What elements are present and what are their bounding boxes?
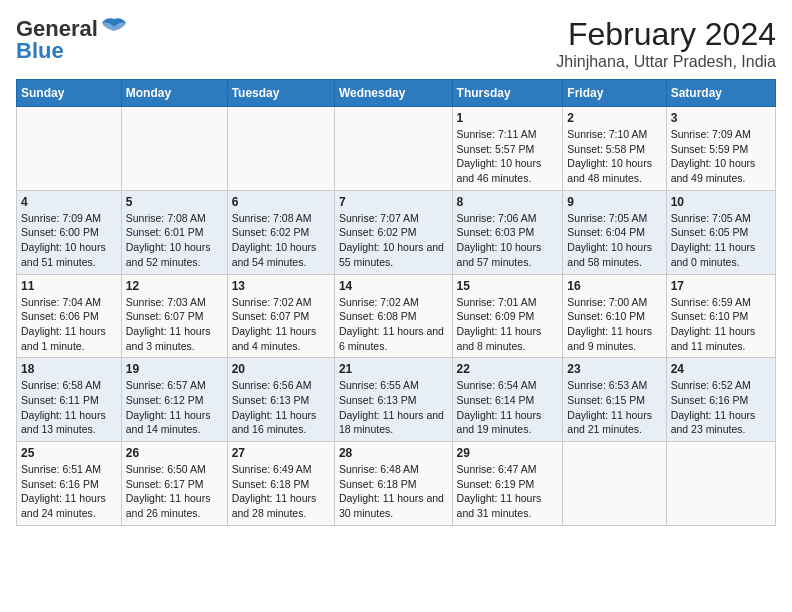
day-number: 10 xyxy=(671,195,771,209)
calendar-cell: 28Sunrise: 6:48 AM Sunset: 6:18 PM Dayli… xyxy=(334,442,452,526)
day-number: 17 xyxy=(671,279,771,293)
day-info: Sunrise: 7:00 AM Sunset: 6:10 PM Dayligh… xyxy=(567,295,661,354)
week-row-5: 25Sunrise: 6:51 AM Sunset: 6:16 PM Dayli… xyxy=(17,442,776,526)
day-number: 5 xyxy=(126,195,223,209)
day-number: 22 xyxy=(457,362,559,376)
logo: General Blue xyxy=(16,16,128,64)
calendar-cell xyxy=(227,107,334,191)
day-info: Sunrise: 6:54 AM Sunset: 6:14 PM Dayligh… xyxy=(457,378,559,437)
calendar-cell xyxy=(17,107,122,191)
calendar-cell: 1Sunrise: 7:11 AM Sunset: 5:57 PM Daylig… xyxy=(452,107,563,191)
calendar-cell: 24Sunrise: 6:52 AM Sunset: 6:16 PM Dayli… xyxy=(666,358,775,442)
calendar-cell xyxy=(563,442,666,526)
day-info: Sunrise: 6:49 AM Sunset: 6:18 PM Dayligh… xyxy=(232,462,330,521)
day-info: Sunrise: 6:56 AM Sunset: 6:13 PM Dayligh… xyxy=(232,378,330,437)
day-info: Sunrise: 7:06 AM Sunset: 6:03 PM Dayligh… xyxy=(457,211,559,270)
day-number: 23 xyxy=(567,362,661,376)
day-number: 28 xyxy=(339,446,448,460)
calendar-cell: 11Sunrise: 7:04 AM Sunset: 6:06 PM Dayli… xyxy=(17,274,122,358)
day-number: 21 xyxy=(339,362,448,376)
calendar-cell: 21Sunrise: 6:55 AM Sunset: 6:13 PM Dayli… xyxy=(334,358,452,442)
header-cell-tuesday: Tuesday xyxy=(227,80,334,107)
day-number: 19 xyxy=(126,362,223,376)
calendar-cell: 5Sunrise: 7:08 AM Sunset: 6:01 PM Daylig… xyxy=(121,190,227,274)
week-row-3: 11Sunrise: 7:04 AM Sunset: 6:06 PM Dayli… xyxy=(17,274,776,358)
calendar-cell: 20Sunrise: 6:56 AM Sunset: 6:13 PM Dayli… xyxy=(227,358,334,442)
day-info: Sunrise: 6:47 AM Sunset: 6:19 PM Dayligh… xyxy=(457,462,559,521)
day-number: 11 xyxy=(21,279,117,293)
calendar-cell: 25Sunrise: 6:51 AM Sunset: 6:16 PM Dayli… xyxy=(17,442,122,526)
day-number: 1 xyxy=(457,111,559,125)
calendar-cell xyxy=(121,107,227,191)
calendar-cell: 6Sunrise: 7:08 AM Sunset: 6:02 PM Daylig… xyxy=(227,190,334,274)
calendar-cell: 26Sunrise: 6:50 AM Sunset: 6:17 PM Dayli… xyxy=(121,442,227,526)
day-info: Sunrise: 7:10 AM Sunset: 5:58 PM Dayligh… xyxy=(567,127,661,186)
day-number: 12 xyxy=(126,279,223,293)
day-info: Sunrise: 7:07 AM Sunset: 6:02 PM Dayligh… xyxy=(339,211,448,270)
day-number: 18 xyxy=(21,362,117,376)
day-number: 7 xyxy=(339,195,448,209)
day-info: Sunrise: 7:11 AM Sunset: 5:57 PM Dayligh… xyxy=(457,127,559,186)
day-info: Sunrise: 7:02 AM Sunset: 6:07 PM Dayligh… xyxy=(232,295,330,354)
calendar-cell: 15Sunrise: 7:01 AM Sunset: 6:09 PM Dayli… xyxy=(452,274,563,358)
calendar-cell: 7Sunrise: 7:07 AM Sunset: 6:02 PM Daylig… xyxy=(334,190,452,274)
day-number: 9 xyxy=(567,195,661,209)
week-row-4: 18Sunrise: 6:58 AM Sunset: 6:11 PM Dayli… xyxy=(17,358,776,442)
header-cell-friday: Friday xyxy=(563,80,666,107)
day-number: 8 xyxy=(457,195,559,209)
calendar-cell: 19Sunrise: 6:57 AM Sunset: 6:12 PM Dayli… xyxy=(121,358,227,442)
header-cell-monday: Monday xyxy=(121,80,227,107)
day-info: Sunrise: 7:05 AM Sunset: 6:05 PM Dayligh… xyxy=(671,211,771,270)
day-info: Sunrise: 7:08 AM Sunset: 6:02 PM Dayligh… xyxy=(232,211,330,270)
logo-bird-icon xyxy=(100,17,128,37)
calendar-cell: 23Sunrise: 6:53 AM Sunset: 6:15 PM Dayli… xyxy=(563,358,666,442)
day-number: 27 xyxy=(232,446,330,460)
header-cell-wednesday: Wednesday xyxy=(334,80,452,107)
header-row: SundayMondayTuesdayWednesdayThursdayFrid… xyxy=(17,80,776,107)
day-number: 2 xyxy=(567,111,661,125)
day-number: 16 xyxy=(567,279,661,293)
calendar-cell: 8Sunrise: 7:06 AM Sunset: 6:03 PM Daylig… xyxy=(452,190,563,274)
calendar-cell: 4Sunrise: 7:09 AM Sunset: 6:00 PM Daylig… xyxy=(17,190,122,274)
day-info: Sunrise: 7:08 AM Sunset: 6:01 PM Dayligh… xyxy=(126,211,223,270)
calendar-subtitle: Jhinjhana, Uttar Pradesh, India xyxy=(556,53,776,71)
day-info: Sunrise: 7:03 AM Sunset: 6:07 PM Dayligh… xyxy=(126,295,223,354)
day-info: Sunrise: 7:09 AM Sunset: 6:00 PM Dayligh… xyxy=(21,211,117,270)
calendar-cell: 9Sunrise: 7:05 AM Sunset: 6:04 PM Daylig… xyxy=(563,190,666,274)
week-row-1: 1Sunrise: 7:11 AM Sunset: 5:57 PM Daylig… xyxy=(17,107,776,191)
calendar-cell: 27Sunrise: 6:49 AM Sunset: 6:18 PM Dayli… xyxy=(227,442,334,526)
calendar-cell: 17Sunrise: 6:59 AM Sunset: 6:10 PM Dayli… xyxy=(666,274,775,358)
header-cell-thursday: Thursday xyxy=(452,80,563,107)
day-info: Sunrise: 6:59 AM Sunset: 6:10 PM Dayligh… xyxy=(671,295,771,354)
day-info: Sunrise: 7:05 AM Sunset: 6:04 PM Dayligh… xyxy=(567,211,661,270)
day-number: 14 xyxy=(339,279,448,293)
logo-blue: Blue xyxy=(16,38,64,64)
day-info: Sunrise: 6:57 AM Sunset: 6:12 PM Dayligh… xyxy=(126,378,223,437)
calendar-cell: 3Sunrise: 7:09 AM Sunset: 5:59 PM Daylig… xyxy=(666,107,775,191)
day-number: 3 xyxy=(671,111,771,125)
day-number: 6 xyxy=(232,195,330,209)
day-info: Sunrise: 7:04 AM Sunset: 6:06 PM Dayligh… xyxy=(21,295,117,354)
day-number: 24 xyxy=(671,362,771,376)
day-number: 13 xyxy=(232,279,330,293)
day-info: Sunrise: 6:55 AM Sunset: 6:13 PM Dayligh… xyxy=(339,378,448,437)
day-info: Sunrise: 6:53 AM Sunset: 6:15 PM Dayligh… xyxy=(567,378,661,437)
calendar-table: SundayMondayTuesdayWednesdayThursdayFrid… xyxy=(16,79,776,526)
header: General Blue February 2024 Jhinjhana, Ut… xyxy=(16,16,776,71)
day-number: 26 xyxy=(126,446,223,460)
day-info: Sunrise: 6:48 AM Sunset: 6:18 PM Dayligh… xyxy=(339,462,448,521)
day-info: Sunrise: 6:51 AM Sunset: 6:16 PM Dayligh… xyxy=(21,462,117,521)
calendar-cell: 12Sunrise: 7:03 AM Sunset: 6:07 PM Dayli… xyxy=(121,274,227,358)
header-cell-saturday: Saturday xyxy=(666,80,775,107)
day-number: 29 xyxy=(457,446,559,460)
day-info: Sunrise: 6:52 AM Sunset: 6:16 PM Dayligh… xyxy=(671,378,771,437)
day-info: Sunrise: 6:58 AM Sunset: 6:11 PM Dayligh… xyxy=(21,378,117,437)
calendar-cell xyxy=(334,107,452,191)
calendar-cell: 10Sunrise: 7:05 AM Sunset: 6:05 PM Dayli… xyxy=(666,190,775,274)
day-info: Sunrise: 7:09 AM Sunset: 5:59 PM Dayligh… xyxy=(671,127,771,186)
day-info: Sunrise: 7:01 AM Sunset: 6:09 PM Dayligh… xyxy=(457,295,559,354)
header-cell-sunday: Sunday xyxy=(17,80,122,107)
calendar-cell: 13Sunrise: 7:02 AM Sunset: 6:07 PM Dayli… xyxy=(227,274,334,358)
calendar-cell: 16Sunrise: 7:00 AM Sunset: 6:10 PM Dayli… xyxy=(563,274,666,358)
calendar-cell: 14Sunrise: 7:02 AM Sunset: 6:08 PM Dayli… xyxy=(334,274,452,358)
